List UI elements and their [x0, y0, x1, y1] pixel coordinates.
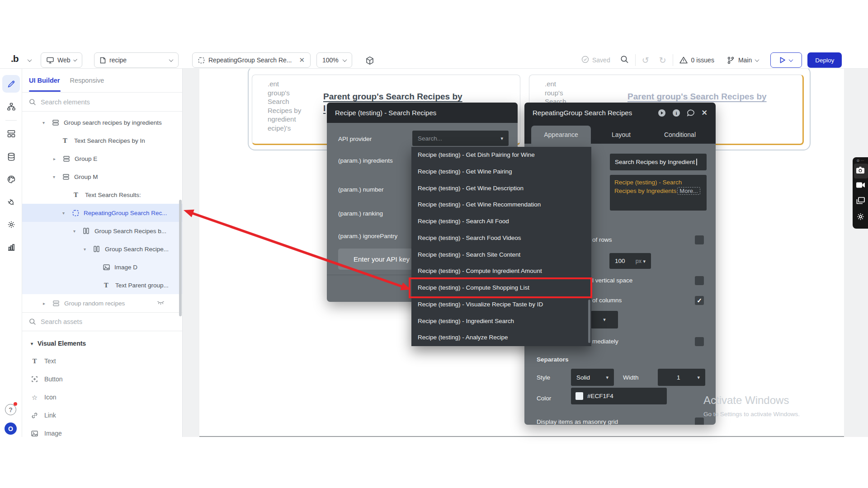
components-rail-button[interactable]	[2, 125, 20, 142]
tree-item-group-e[interactable]: ▸Group E	[22, 150, 182, 168]
close-icon[interactable]: ✕	[702, 108, 708, 117]
palette-item-link[interactable]: Link	[22, 406, 182, 424]
tree-item-text-search-recipes-by-in[interactable]: TText Search Recipes by In	[22, 131, 182, 150]
element-tab[interactable]: RepeatingGroup Search Re... ✕	[192, 52, 311, 68]
cell-heading-right[interactable]: Parent group's Search Recipes by	[627, 92, 767, 102]
unit-dropdown[interactable]: px ▾	[636, 258, 646, 264]
popup2-header[interactable]: RepeatingGroup Search Recipes i ✕	[524, 103, 716, 123]
masonry-checkbox[interactable]	[695, 418, 704, 425]
tree-item-group-m[interactable]: ▾Group M	[22, 168, 182, 186]
separator-style-dropdown[interactable]: Solid ▾	[571, 369, 614, 386]
logo-chevron-icon[interactable]	[28, 57, 32, 62]
settings-gear-icon[interactable]	[853, 212, 868, 221]
logs-rail-button[interactable]	[2, 238, 20, 256]
tab-appearance[interactable]: Appearance	[531, 126, 591, 144]
page-selector[interactable]: recipe	[94, 52, 179, 68]
checkbox-of-columns[interactable]: ✓	[695, 296, 704, 305]
cell-text-left[interactable]: .entgroup'sSearchRecipes byngredientecip…	[268, 80, 326, 132]
dropdown-option-recipe-testing-search-site-content[interactable]: Recipe (testing) - Search Site Content	[411, 247, 591, 263]
content-type-field[interactable]: Search Recipes by Ingredient	[610, 154, 707, 170]
settings-rail-button[interactable]	[2, 216, 20, 233]
cell-text-right[interactable]: .entroup'sSearch	[545, 80, 599, 106]
ui-builder-rail-button[interactable]	[2, 75, 20, 93]
tab-layout[interactable]: Layout	[597, 126, 646, 144]
sidebar-scrollbar[interactable]	[179, 200, 182, 316]
palette-item-image[interactable]: Image	[22, 424, 182, 437]
deploy-button[interactable]: Deploy	[807, 52, 842, 68]
chat-bubble-button[interactable]: O	[5, 422, 17, 435]
tree-collapse-arrow-icon[interactable]: ▾	[84, 247, 94, 252]
data-rail-button[interactable]	[2, 148, 20, 165]
dropdown-option-recipe-testing-ingredient-search[interactable]: Recipe (testing) - Ingredient Search	[411, 313, 591, 330]
separator-width-dropdown[interactable]: 1 ▾	[658, 369, 705, 386]
separator-color-field[interactable]: #ECF1F4	[571, 388, 667, 404]
info-circle-icon[interactable]: i	[672, 109, 680, 117]
cell-heading-left[interactable]: Parent group's Search Recipes by	[323, 92, 462, 102]
tree-item-group-random-recipes[interactable]: ▸Group random recipes	[22, 294, 182, 312]
search-icon[interactable]	[620, 55, 629, 65]
popup1-header[interactable]: Recipe (testing) - Search Recipes	[327, 103, 518, 123]
tree-item-group-search-recipes-by-ingredients[interactable]: ▾Group search recipes by ingredients	[22, 113, 182, 131]
tab-responsive[interactable]: Responsive	[70, 77, 104, 84]
checkbox-l-vertical-space[interactable]	[695, 276, 704, 285]
plugins-rail-button[interactable]	[2, 193, 20, 211]
search-elements-input[interactable]	[41, 99, 154, 106]
dropdown-option-recipe-testing-get-wine-pairing[interactable]: Recipe (testing) - Get Wine Pairing	[411, 164, 591, 180]
dropdown-option-recipe-testing-get-wine-recommendation[interactable]: Recipe (testing) - Get Wine Recommendati…	[411, 197, 591, 213]
dropdown-scrollbar[interactable]	[588, 300, 590, 343]
tree-item-repeatinggroup-search-rec[interactable]: ▾RepeatingGroup Search Rec...	[22, 204, 182, 222]
dropdown-option-recipe-testing-visualize-recipe-taste-by-id[interactable]: Recipe (testing) - Visualize Recipe Tast…	[411, 296, 591, 313]
video-icon[interactable]	[853, 182, 868, 188]
api-provider-select[interactable]: Search... ▾	[412, 131, 509, 146]
play-circle-icon[interactable]	[658, 109, 666, 117]
palette-item-button[interactable]: Button	[22, 370, 182, 388]
branch-selector[interactable]: Main	[727, 56, 759, 64]
toolbar-handle[interactable]: ⊙ ···	[853, 159, 868, 163]
dropdown-option-recipe-testing-get-dish-pairing-for-wine[interactable]: Recipe (testing) - Get Dish Pairing for …	[411, 147, 591, 164]
tree-collapse-arrow-icon[interactable]: ▾	[42, 120, 52, 125]
window-capture-icon[interactable]	[853, 197, 868, 204]
tab-ui-builder[interactable]: UI Builder	[29, 77, 60, 84]
styles-rail-button[interactable]	[2, 170, 20, 188]
workflow-rail-button[interactable]	[2, 98, 20, 115]
visual-elements-header[interactable]: ▾ Visual Elements	[22, 335, 182, 352]
more-button[interactable]: More...	[677, 187, 700, 195]
palette-item-icon[interactable]: ☆Icon	[22, 388, 182, 406]
tree-expand-arrow-icon[interactable]: ▸	[43, 301, 53, 306]
search-assets-input[interactable]	[41, 318, 154, 325]
row-height-field[interactable]: 100 px ▾	[609, 253, 651, 269]
color-swatch[interactable]	[576, 392, 583, 400]
cube-icon[interactable]	[365, 56, 374, 65]
device-selector[interactable]: Web	[41, 52, 82, 68]
data-source-field[interactable]: Recipe (testing) - Search Recipes by Ing…	[610, 175, 707, 211]
checkbox-mediately[interactable]	[695, 337, 704, 346]
tree-collapse-arrow-icon[interactable]: ▾	[62, 211, 72, 216]
zoom-selector[interactable]: 100%	[316, 52, 352, 68]
columns-count-dropdown[interactable]: ▾	[591, 311, 618, 328]
redo-icon[interactable]: ↻	[659, 55, 666, 65]
dropdown-option-recipe-testing-search-all-food[interactable]: Recipe (testing) - Search All Food	[411, 213, 591, 230]
bubble-logo[interactable]: .b	[11, 53, 19, 64]
tree-item-text-parent-group[interactable]: TText Parent group...	[22, 276, 182, 294]
tree-expand-arrow-icon[interactable]: ▸	[53, 156, 63, 161]
tree-item-label: Group random recipes	[64, 300, 125, 307]
tree-item-group-search-recipes-b[interactable]: ▾Group Search Recipes b...	[22, 222, 182, 240]
tree-collapse-arrow-icon[interactable]: ▾	[73, 229, 83, 234]
dropdown-option-recipe-testing-analyze-recipe[interactable]: Recipe (testing) - Analyze Recipe	[411, 329, 591, 346]
checkbox-of-rows[interactable]	[695, 235, 704, 244]
issues-indicator[interactable]: 0 issues	[679, 56, 714, 64]
tab-conditional[interactable]: Conditional	[650, 126, 710, 144]
camera-icon[interactable]	[853, 166, 868, 174]
palette-item-text[interactable]: TText	[22, 352, 182, 370]
dropdown-option-recipe-testing-get-wine-description[interactable]: Recipe (testing) - Get Wine Description	[411, 180, 591, 197]
tree-item-text-search-results[interactable]: TText Search Results:	[22, 186, 182, 204]
dropdown-option-recipe-testing-search-food-videos[interactable]: Recipe (testing) - Search Food Videos	[411, 230, 591, 247]
comment-icon[interactable]	[687, 109, 695, 117]
tree-item-image-d[interactable]: Image D	[22, 258, 182, 276]
tree-collapse-arrow-icon[interactable]: ▾	[53, 174, 63, 179]
tree-item-group-search-recipe[interactable]: ▾Group Search Recipe...	[22, 240, 182, 258]
undo-icon[interactable]: ↺	[642, 55, 649, 65]
preview-button[interactable]	[770, 52, 802, 68]
close-tab-icon[interactable]: ✕	[299, 56, 305, 64]
data-source-expression[interactable]: Recipe (testing) - Search Recipes by Ing…	[614, 179, 682, 194]
